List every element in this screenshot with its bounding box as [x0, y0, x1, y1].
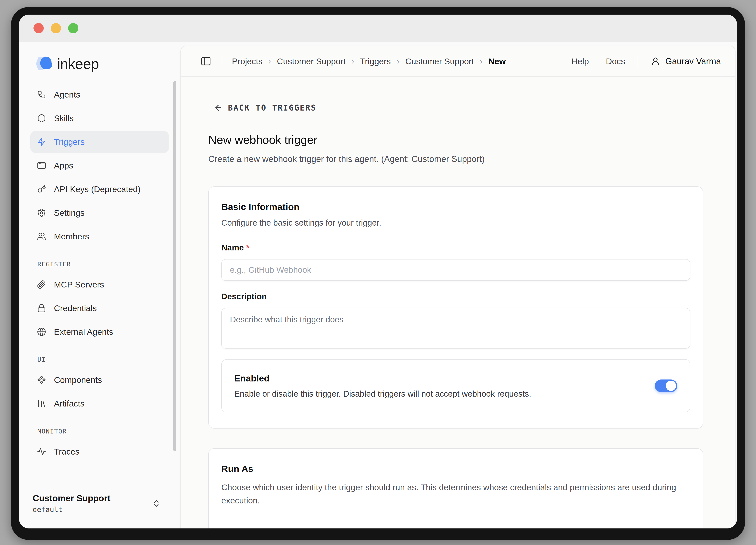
page-subtitle: Create a new webhook trigger for this ag…	[208, 154, 703, 164]
header-nav: Help Docs Gaurav Varma	[555, 55, 721, 68]
sidebar-item-label: Members	[54, 232, 89, 241]
app-window: inkeep Agents Skills	[19, 15, 737, 528]
toggle-knob	[666, 381, 676, 391]
project-switcher-text: Customer Support default	[33, 493, 110, 513]
device-frame: inkeep Agents Skills	[11, 7, 745, 540]
basic-information-card: Basic Information Configure the basic se…	[208, 186, 703, 429]
breadcrumb-project-customer-support[interactable]: Customer Support	[277, 57, 346, 66]
project-switcher[interactable]: Customer Support default	[19, 493, 180, 513]
sidebar-item-mcp-servers[interactable]: MCP Servers	[30, 274, 169, 296]
main-panel: Projects › Customer Support › Triggers ›…	[180, 46, 736, 528]
sidebar-item-label: Components	[54, 375, 102, 385]
inkeep-logo-text: inkeep	[57, 56, 99, 72]
paperclip-icon	[37, 280, 46, 289]
sidebar-item-label: Skills	[54, 113, 74, 123]
sidebar-item-label: External Agents	[54, 327, 113, 337]
run-as-description: Choose which user identity the trigger s…	[221, 481, 686, 507]
sidebar-item-external-agents[interactable]: External Agents	[30, 321, 169, 343]
activity-icon	[37, 447, 46, 456]
docs-link[interactable]: Docs	[606, 57, 625, 66]
users-icon	[37, 232, 46, 241]
back-to-triggers-link[interactable]: BACK TO TRIGGERS	[214, 103, 316, 112]
sidebar-item-label: Triggers	[54, 137, 85, 147]
sidebar-item-label: Agents	[54, 90, 80, 99]
breadcrumb-projects[interactable]: Projects	[232, 57, 262, 66]
sidebar-item-label: Apps	[54, 161, 73, 170]
breadcrumb-agent-customer-support[interactable]: Customer Support	[405, 57, 474, 66]
lock-icon	[37, 304, 46, 313]
breadcrumb: Projects › Customer Support › Triggers ›…	[232, 57, 506, 66]
name-field-label: Name*	[221, 243, 690, 252]
user-menu[interactable]: Gaurav Varma	[651, 56, 721, 66]
run-as-card: Run As Choose which user identity the tr…	[208, 448, 703, 528]
sidebar-nav: Agents Skills Triggers	[19, 74, 180, 464]
sidebar-item-agents[interactable]: Agents	[30, 83, 169, 106]
sidebar: inkeep Agents Skills	[19, 42, 180, 528]
project-name: Customer Support	[33, 493, 110, 503]
app-body: inkeep Agents Skills	[19, 42, 737, 528]
enabled-setting: Enabled Enable or disable this trigger. …	[221, 359, 690, 412]
sidebar-item-label: MCP Servers	[54, 280, 104, 290]
name-input[interactable]	[221, 259, 690, 281]
close-window-button[interactable]	[33, 23, 44, 33]
arrow-left-icon	[214, 103, 223, 112]
sidebar-section-register: REGISTER	[37, 260, 169, 268]
sidebar-item-label: Artifacts	[54, 399, 84, 409]
sidebar-item-artifacts[interactable]: Artifacts	[30, 393, 169, 415]
hexagon-icon	[37, 114, 46, 123]
zap-icon	[37, 137, 46, 146]
sidebar-section-monitor: MONITOR	[37, 428, 169, 435]
titlebar	[19, 15, 737, 42]
sidebar-toggle-button[interactable]	[200, 56, 211, 67]
breadcrumb-separator: ›	[352, 57, 354, 66]
sidebar-item-members[interactable]: Members	[30, 225, 169, 247]
sidebar-item-label: Settings	[54, 208, 84, 218]
breadcrumb-new: New	[488, 57, 506, 66]
enabled-label: Enabled	[234, 373, 643, 384]
key-icon	[37, 185, 46, 194]
minimize-window-button[interactable]	[51, 23, 61, 33]
description-textarea[interactable]	[221, 308, 690, 349]
gear-icon	[37, 208, 46, 217]
app-window-icon	[37, 161, 46, 170]
enabled-description: Enable or disable this trigger. Disabled…	[234, 389, 643, 399]
library-icon	[37, 399, 46, 408]
basic-information-title: Basic Information	[221, 201, 690, 212]
sidebar-item-apps[interactable]: Apps	[30, 154, 169, 176]
sidebar-item-api-keys[interactable]: API Keys (Deprecated)	[30, 178, 169, 200]
sidebar-item-label: Traces	[54, 447, 80, 457]
sidebar-item-components[interactable]: Components	[30, 369, 169, 391]
sidebar-item-traces[interactable]: Traces	[30, 441, 169, 463]
sidebar-item-label: API Keys (Deprecated)	[54, 184, 141, 194]
project-env: default	[33, 505, 110, 513]
back-link-label: BACK TO TRIGGERS	[228, 103, 316, 112]
description-field-label: Description	[221, 292, 690, 301]
breadcrumb-triggers[interactable]: Triggers	[360, 57, 391, 66]
user-name: Gaurav Varma	[665, 56, 721, 66]
header-divider	[638, 55, 638, 68]
run-as-title: Run As	[221, 463, 690, 474]
chevrons-up-down-icon	[152, 499, 161, 508]
breadcrumb-separator: ›	[268, 57, 271, 66]
inkeep-logo: inkeep	[19, 54, 180, 74]
component-icon	[37, 375, 46, 385]
sidebar-item-credentials[interactable]: Credentials	[30, 297, 169, 319]
globe-icon	[37, 327, 46, 336]
enabled-text: Enabled Enable or disable this trigger. …	[234, 373, 643, 399]
sidebar-item-label: Credentials	[54, 304, 97, 313]
page-title: New webhook trigger	[208, 133, 703, 147]
inkeep-logo-icon	[33, 54, 56, 73]
sidebar-scrollbar[interactable]	[173, 81, 176, 451]
sidebar-item-skills[interactable]: Skills	[30, 107, 169, 129]
enabled-toggle[interactable]	[655, 380, 677, 392]
sidebar-item-settings[interactable]: Settings	[30, 202, 169, 224]
header-divider	[221, 56, 221, 67]
sidebar-item-triggers[interactable]: Triggers	[30, 131, 169, 153]
zoom-window-button[interactable]	[68, 23, 78, 33]
breadcrumb-separator: ›	[480, 57, 482, 66]
help-link[interactable]: Help	[572, 57, 589, 66]
workflow-icon	[37, 90, 46, 99]
sidebar-section-ui: UI	[37, 356, 169, 363]
user-icon	[651, 57, 660, 66]
main-header: Projects › Customer Support › Triggers ›…	[181, 46, 735, 77]
